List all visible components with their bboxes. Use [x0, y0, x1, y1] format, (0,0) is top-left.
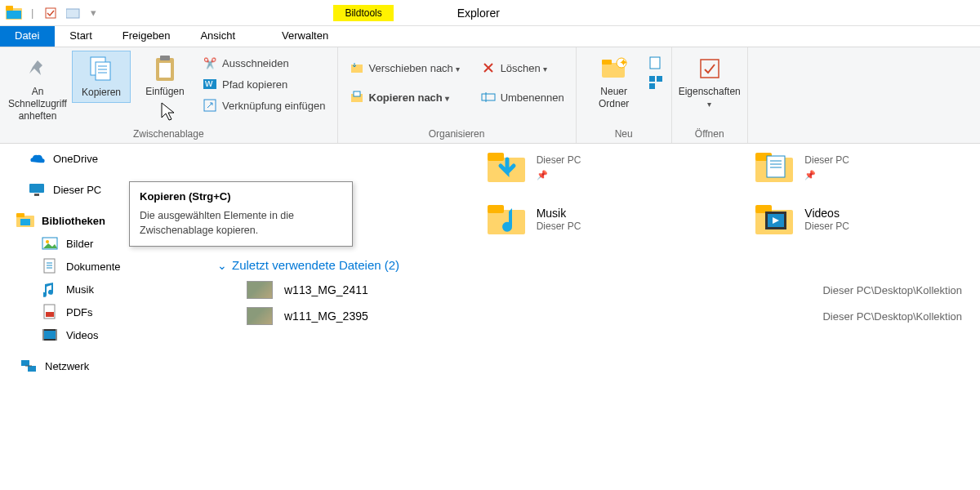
- svg-rect-33: [16, 213, 24, 217]
- properties-big-icon: [695, 54, 724, 83]
- copy-path-button[interactable]: wPfad kopieren: [199, 75, 329, 93]
- tab-share[interactable]: Freigeben: [108, 26, 186, 47]
- pin-label-2: anheften: [19, 110, 57, 122]
- documents-icon: [41, 257, 59, 275]
- image-thumb-icon: [247, 281, 273, 299]
- qa-downloads[interactable]: Dieser PC📌: [486, 149, 702, 186]
- svg-rect-27: [657, 76, 662, 82]
- music-label: Musik: [66, 283, 94, 296]
- copy-label: Kopieren: [82, 87, 121, 99]
- copy-icon: [87, 55, 116, 84]
- svg-rect-19: [482, 94, 495, 100]
- easy-access-icon[interactable]: [648, 75, 663, 90]
- image-thumb-icon: [247, 307, 273, 325]
- delete-button[interactable]: Löschen: [478, 59, 568, 77]
- cut-button[interactable]: ✂️Ausschneiden: [199, 54, 329, 72]
- tab-manage[interactable]: Verwalten: [267, 26, 344, 47]
- svg-rect-29: [701, 60, 719, 78]
- qa-music-name: Musik: [537, 206, 581, 220]
- pin-icon: [23, 54, 52, 83]
- file-name: w113_MG_2411: [284, 283, 368, 296]
- sidebar-item-onedrive[interactable]: OneDrive: [0, 147, 207, 170]
- pictures-icon: [41, 234, 59, 252]
- svg-rect-12: [159, 63, 171, 78]
- videos-label: Videos: [66, 329, 99, 341]
- move-icon: [350, 60, 364, 75]
- onedrive-icon: [28, 149, 46, 167]
- svg-rect-54: [767, 156, 785, 177]
- rename-label: Umbenennen: [501, 91, 564, 104]
- svg-rect-28: [649, 83, 655, 89]
- delete-label: Löschen: [501, 62, 547, 74]
- qa-documents[interactable]: Dieser PC📌: [754, 149, 970, 186]
- file-row[interactable]: w113_MG_2411 Dieser PC\Desktop\Kollektio…: [217, 277, 970, 303]
- shortcut-icon: [203, 98, 217, 113]
- downloads-folder-icon: [486, 149, 528, 186]
- open-group-label: Öffnen: [680, 127, 739, 141]
- delete-icon: [481, 60, 496, 75]
- copy-button[interactable]: Kopieren: [72, 51, 131, 103]
- qat-dropdown-icon[interactable]: ▾: [91, 7, 96, 19]
- svg-rect-18: [354, 91, 360, 96]
- videos-folder-icon: [754, 201, 796, 238]
- pin-icon: 📌: [804, 169, 849, 180]
- properties-button[interactable]: Eigenschaften: [680, 51, 739, 114]
- pin-icon: 📌: [537, 169, 581, 180]
- tooltip: Kopieren (Strg+C) Die ausgewählten Eleme…: [129, 181, 353, 247]
- file-row[interactable]: w111_MG_2395 Dieser PC\Desktop\Kollektio…: [217, 303, 970, 329]
- clipboard-group-label: Zwischenablage: [8, 127, 329, 141]
- music-folder-icon: [486, 201, 528, 238]
- recent-files-header[interactable]: Zuletzt verwendete Dateien (2): [217, 253, 970, 277]
- svg-rect-48: [28, 366, 36, 372]
- rename-button[interactable]: Umbenennen: [478, 88, 568, 106]
- svg-rect-4: [66, 9, 79, 18]
- pdfs-label: PDFs: [66, 306, 93, 318]
- sidebar-item-documents[interactable]: Dokumente: [0, 255, 207, 278]
- paste-label: Einfügen: [145, 86, 184, 98]
- tab-start[interactable]: Start: [55, 26, 107, 47]
- tooltip-body: Die ausgewählten Elemente in die Zwische…: [140, 209, 342, 238]
- file-path: Dieser PC\Desktop\Kollektion: [822, 284, 962, 296]
- libraries-label: Bibliotheken: [42, 215, 105, 227]
- tab-view[interactable]: Ansicht: [185, 26, 251, 47]
- sidebar-item-pdfs[interactable]: PDFs: [0, 301, 207, 323]
- copy-to-label: Kopieren nach: [369, 91, 449, 104]
- paste-shortcut-label: Verknüpfung einfügen: [222, 100, 326, 112]
- qa-documents-loc: Dieser PC: [804, 154, 849, 167]
- qa-videos-name: Videos: [804, 206, 849, 220]
- path-icon: w: [203, 77, 217, 91]
- copy-path-label: Pfad kopieren: [222, 78, 287, 91]
- pdf-icon: [41, 303, 59, 321]
- thispc-label: Dieser PC: [53, 184, 101, 196]
- new-folder-icon: ✦: [599, 54, 629, 83]
- pin-label-1: An Schnellzugriff: [8, 86, 67, 110]
- new-item-icon[interactable]: [648, 56, 663, 70]
- sidebar-item-music[interactable]: Musik: [0, 278, 207, 301]
- group-open: Eigenschaften Öffnen: [672, 47, 748, 143]
- paste-shortcut-button[interactable]: Verknüpfung einfügen: [199, 96, 329, 114]
- new-folder-button[interactable]: ✦ Neuer Ordner: [585, 51, 644, 114]
- sidebar-item-network[interactable]: Netzwerk: [0, 354, 207, 377]
- svg-rect-44: [44, 331, 56, 339]
- tab-file[interactable]: Datei: [0, 26, 55, 47]
- new-folder-l2: Ordner: [599, 98, 629, 110]
- paste-button[interactable]: Einfügen: [136, 51, 194, 101]
- quick-access-toolbar: | ▾: [0, 4, 105, 22]
- copy-to-button[interactable]: Kopieren nach: [346, 88, 463, 106]
- explorer-icon[interactable]: [5, 4, 23, 22]
- new-folder-qat-icon[interactable]: [65, 4, 82, 22]
- sidebar-item-videos[interactable]: Videos: [0, 323, 207, 346]
- qa-videos-loc: Dieser PC: [804, 220, 849, 234]
- svg-rect-11: [160, 56, 170, 60]
- move-to-button[interactable]: Verschieben nach: [346, 59, 463, 77]
- properties-label: Eigenschaften: [679, 86, 741, 110]
- group-clipboard: An Schnellzugriff anheften Kopieren Einf…: [0, 47, 338, 143]
- svg-rect-30: [29, 184, 44, 193]
- titlebar: | ▾ Bildtools Explorer: [0, 0, 980, 26]
- qa-music-loc: Dieser PC: [537, 220, 581, 234]
- qa-music[interactable]: MusikDieser PC: [486, 201, 702, 238]
- onedrive-label: OneDrive: [53, 153, 98, 165]
- pin-button[interactable]: An Schnellzugriff anheften: [8, 51, 67, 126]
- properties-icon[interactable]: [42, 4, 60, 22]
- qa-videos[interactable]: VideosDieser PC: [754, 201, 970, 238]
